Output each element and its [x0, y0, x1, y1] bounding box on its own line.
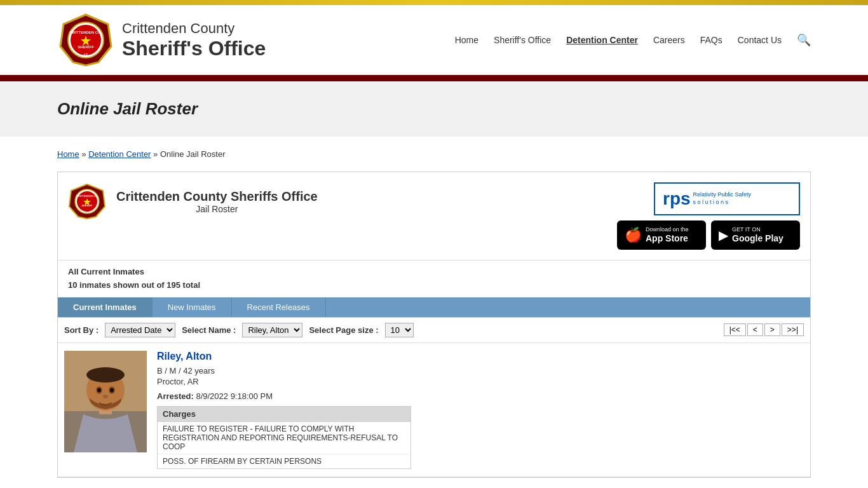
top-gold-bar — [0, 0, 868, 5]
app-buttons: 🍎 Download on the App Store ▶ GET IT ON … — [617, 220, 800, 250]
inmate-count-detail: 10 inmates shown out of 195 total — [68, 279, 800, 292]
rps-logo: rps Relativity Public Safetys o l u t i … — [654, 182, 800, 215]
nav-contact[interactable]: Contact Us — [738, 35, 782, 45]
inmate-photo-placeholder — [64, 351, 147, 452]
app-store-top: Download on the — [646, 226, 689, 233]
rps-logo-desc: Relativity Public Safetys o l u t i o n … — [693, 191, 752, 206]
google-play-text: GET IT ON Google Play — [732, 226, 783, 244]
inmate-info: All Current Inmates 10 inmates shown out… — [58, 261, 810, 297]
google-icon: ▶ — [719, 227, 728, 243]
tab-new-inmates[interactable]: New Inmates — [153, 297, 232, 317]
google-play-button[interactable]: ▶ GET IT ON Google Play — [711, 220, 800, 250]
inmate-location: Proctor, AR — [157, 377, 804, 386]
svg-point-20 — [97, 388, 101, 392]
svg-text:CRITTENDEN CO.: CRITTENDEN CO. — [70, 30, 102, 34]
search-button[interactable]: 🔍 — [797, 33, 811, 47]
page-size-select[interactable]: 102550 — [385, 323, 414, 337]
tab-recent-releases[interactable]: Recent Releases — [232, 297, 326, 317]
page-title: Online Jail Roster — [57, 99, 811, 119]
page-title-area: Online Jail Roster — [0, 81, 868, 137]
roster-header-right: rps Relativity Public Safetys o l u t i … — [617, 182, 800, 250]
nav-home[interactable]: Home — [455, 35, 478, 45]
last-page-button[interactable]: >>| — [782, 323, 804, 336]
google-play-bottom: Google Play — [732, 233, 783, 244]
pagination: |<< < > >>| — [724, 323, 804, 336]
breadcrumb: Home » Detention Center » Online Jail Ro… — [57, 149, 811, 159]
page-size-label: Select Page size : — [309, 325, 378, 335]
small-badge: CRITTENDEN CO. SHERIFF — [68, 182, 106, 220]
inmate-entry: Riley, Alton B / M / 42 years Proctor, A… — [58, 343, 810, 477]
prev-page-button[interactable]: < — [747, 323, 763, 336]
apple-icon: 🍎 — [625, 227, 642, 243]
svg-point-21 — [110, 388, 114, 392]
nav-sheriffs[interactable]: Sheriff's Office — [494, 35, 551, 45]
breadcrumb-detention[interactable]: Detention Center — [88, 149, 151, 159]
app-store-text: Download on the App Store — [646, 226, 689, 244]
badge-logo: CRITTENDEN CO. SHERIFF AR — [57, 11, 114, 69]
roster-title: Crittenden County Sheriffs Office Jail R… — [116, 189, 318, 214]
svg-point-22 — [103, 395, 108, 398]
charges-table: Charges FAILURE TO REGISTER - FAILURE TO… — [157, 406, 411, 469]
inmate-details: Riley, Alton B / M / 42 years Proctor, A… — [157, 351, 804, 469]
svg-text:CRITTENDEN CO.: CRITTENDEN CO. — [76, 194, 98, 198]
nav-detention[interactable]: Detention Center — [566, 35, 638, 45]
nav-careers[interactable]: Careers — [653, 35, 685, 45]
nav-area: Home Sheriff's Office Detention Center C… — [455, 33, 811, 47]
logo-line2: Sheriff's Office — [122, 37, 266, 60]
sort-select[interactable]: Arrested DateNameAge — [105, 323, 175, 337]
name-label: Select Name : — [182, 325, 236, 335]
svg-point-17 — [86, 367, 125, 383]
logo-area: CRITTENDEN CO. SHERIFF AR Crittenden Cou… — [57, 11, 266, 69]
app-store-bottom: App Store — [646, 233, 689, 244]
svg-text:SHERIFF: SHERIFF — [78, 45, 94, 49]
arrested-date: 8/9/2022 9:18:00 PM — [196, 391, 273, 401]
roster-container: CRITTENDEN CO. SHERIFF Crittenden County… — [57, 172, 811, 478]
tabs-bar: Current Inmates New Inmates Recent Relea… — [58, 297, 810, 318]
content-area: Home » Detention Center » Online Jail Ro… — [0, 137, 868, 488]
charge-row-2: POSS. OF FIREARM BY CERTAIN PERSONS — [158, 454, 410, 468]
app-store-button[interactable]: 🍎 Download on the App Store — [617, 220, 706, 250]
sort-label: Sort By : — [64, 325, 98, 335]
arrested-label: Arrested: — [157, 391, 196, 401]
inmate-count-label: All Current Inmates — [68, 266, 800, 279]
name-select[interactable]: Riley, Alton — [242, 323, 302, 337]
logo-line1: Crittenden County — [122, 20, 266, 37]
header: CRITTENDEN CO. SHERIFF AR Crittenden Cou… — [0, 5, 868, 75]
tab-current-inmates[interactable]: Current Inmates — [58, 297, 153, 317]
inmate-photo — [64, 351, 147, 452]
next-page-button[interactable]: > — [764, 323, 780, 336]
roster-org-name: Crittenden County Sheriffs Office — [116, 189, 318, 204]
logo-text: Crittenden County Sheriff's Office — [122, 20, 266, 60]
roster-header: CRITTENDEN CO. SHERIFF Crittenden County… — [58, 172, 810, 261]
nav-faqs[interactable]: FAQs — [700, 35, 722, 45]
charge-row-1: FAILURE TO REGISTER - FAILURE TO COMPLY … — [158, 422, 410, 454]
breadcrumb-current: Online Jail Roster — [160, 149, 226, 159]
first-page-button[interactable]: |<< — [724, 323, 746, 336]
roster-header-left: CRITTENDEN CO. SHERIFF Crittenden County… — [68, 182, 318, 220]
inmate-name: Riley, Alton — [157, 351, 804, 362]
roster-subtitle: Jail Roster — [116, 204, 318, 214]
svg-text:AR: AR — [84, 53, 88, 57]
controls-bar: Sort By : Arrested DateNameAge Select Na… — [58, 318, 810, 343]
dark-red-bar — [0, 75, 868, 81]
svg-text:SHERIFF: SHERIFF — [81, 204, 93, 207]
inmate-arrested: Arrested: 8/9/2022 9:18:00 PM — [157, 391, 804, 401]
google-play-top: GET IT ON — [732, 226, 783, 233]
breadcrumb-home[interactable]: Home — [57, 149, 79, 159]
charges-header: Charges — [158, 407, 410, 422]
inmate-demographics: B / M / 42 years — [157, 366, 804, 376]
rps-logo-text: rps — [663, 189, 691, 209]
